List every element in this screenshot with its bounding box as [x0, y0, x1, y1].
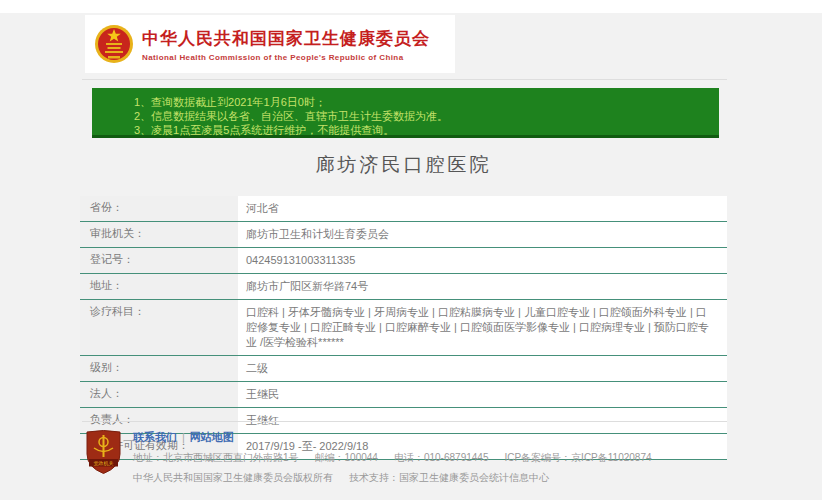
table-row-province: 省份： 河北省: [80, 196, 727, 222]
row-label: 登记号：: [80, 248, 238, 273]
row-label: 级别：: [80, 356, 238, 381]
row-value: 廊坊市卫生和计划生育委员会: [238, 222, 727, 247]
sitemap-link[interactable]: 网站地图: [190, 431, 234, 443]
notice-item: 1、查询数据截止到2021年1月6日0时；: [134, 95, 709, 109]
footer: 联系我们|网站地图 地址：北京市西城区西直门外南路1号邮编：100044电话：0…: [133, 430, 668, 485]
row-value: 王继民: [238, 382, 727, 407]
notice-item: 3、凌晨1点至凌晨5点系统进行维护，不能提供查询。: [134, 123, 709, 137]
table-row-registration-number: 登记号： 042459131003311335: [80, 248, 727, 274]
row-label: 法人：: [80, 382, 238, 407]
row-label: 诊疗科目：: [80, 300, 238, 355]
table-row-approval-authority: 审批机关： 廊坊市卫生和计划生育委员会: [80, 222, 727, 248]
row-label: 地址：: [80, 274, 238, 299]
footer-tech-support: 技术支持：国家卫生健康委员会统计信息中心: [349, 472, 549, 483]
site-title-block: 中华人民共和国国家卫生健康委员会 National Health Commiss…: [142, 27, 430, 62]
table-row-medical-subjects: 诊疗科目： 口腔科 | 牙体牙髓病专业 | 牙周病专业 | 口腔粘膜病专业 | …: [80, 300, 727, 356]
table-row-level: 级别： 二级: [80, 356, 727, 382]
footer-postcode: 邮编：100044: [315, 452, 378, 463]
china-national-emblem-icon: [94, 22, 134, 66]
site-header: 中华人民共和国国家卫生健康委员会 National Health Commiss…: [85, 15, 455, 73]
site-title: 中华人民共和国国家卫生健康委员会: [142, 27, 430, 50]
row-value: 口腔科 | 牙体牙髓病专业 | 牙周病专业 | 口腔粘膜病专业 | 儿童口腔专业…: [238, 300, 727, 355]
contact-us-link[interactable]: 联系我们: [133, 431, 177, 443]
footer-copyright: 中华人民共和国国家卫生健康委员会版权所有: [133, 472, 333, 483]
footer-address: 地址：北京市西城区西直门外南路1号: [133, 452, 299, 463]
link-separator: |: [177, 431, 190, 443]
site-subtitle: National Health Commission of the People…: [142, 53, 430, 62]
header-divider: [82, 79, 727, 80]
footer-links: 联系我们|网站地图: [133, 430, 668, 445]
notice-item: 2、信息数据结果以各省、自治区、直辖市卫生计生委数据为准。: [134, 109, 709, 123]
row-value: 廊坊市广阳区新华路74号: [238, 274, 727, 299]
footer-copyright-line: 中华人民共和国国家卫生健康委员会版权所有技术支持：国家卫生健康委员会统计信息中心: [133, 471, 668, 485]
row-value: 河北省: [238, 196, 727, 221]
row-label: 审批机关：: [80, 222, 238, 247]
row-label: 省份：: [80, 196, 238, 221]
page-title: 廊坊济民口腔医院: [80, 152, 727, 178]
footer-divider: [82, 421, 727, 422]
notice-box: 1、查询数据截止到2021年1月6日0时； 2、信息数据结果以各省、自治区、直辖…: [92, 88, 719, 138]
table-row-legal-person: 法人： 王继民: [80, 382, 727, 408]
gov-agency-shield-icon: 党政机关: [85, 429, 122, 475]
footer-icp: ICP备案编号：京ICP备11020874: [504, 452, 651, 463]
footer-phone: 电话：010-68791445: [394, 452, 489, 463]
row-value: 042459131003311335: [238, 248, 727, 273]
row-value: 二级: [238, 356, 727, 381]
table-row-address: 地址： 廊坊市广阳区新华路74号: [80, 274, 727, 300]
badge-label: 党政机关: [94, 460, 114, 467]
footer-address-line: 地址：北京市西城区西直门外南路1号邮编：100044电话：010-6879144…: [133, 451, 668, 465]
